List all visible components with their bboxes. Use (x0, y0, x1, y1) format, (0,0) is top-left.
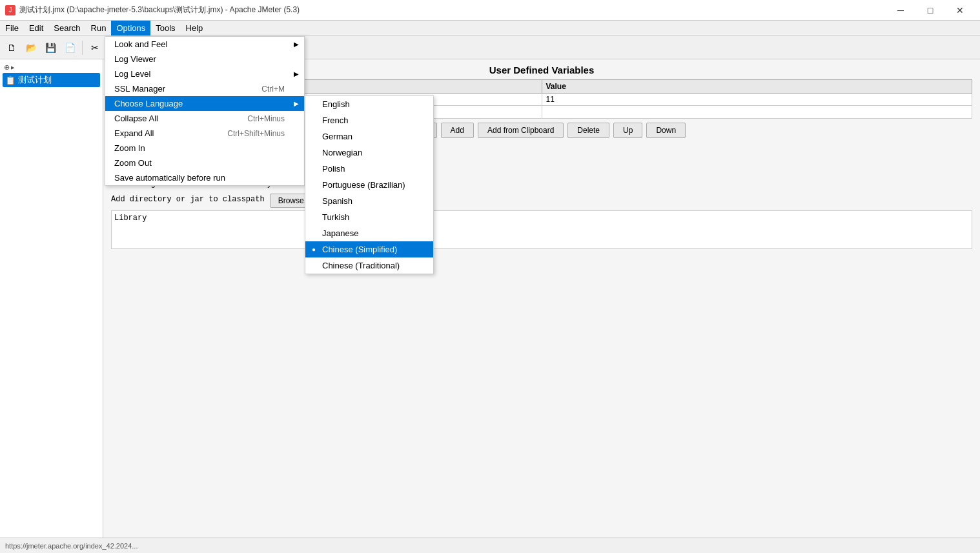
log-level-arrow: ▶ (294, 70, 299, 77)
zoom-out-label: Zoom Out (114, 158, 152, 168)
expand-all-label: Expand All (114, 128, 154, 138)
classpath-label: Add directory or jar to classpath (111, 195, 265, 204)
add-from-clipboard-button[interactable]: Add from Clipboard (478, 123, 564, 138)
collapse-all-shortcut: Ctrl+Minus (247, 114, 285, 123)
menu-look-and-feel[interactable]: Look and Feel ▶ (105, 37, 304, 52)
toolbar-save-as[interactable]: 📄 (61, 39, 79, 57)
collapse-all-label: Collapse All (114, 114, 158, 123)
zoom-in-label: Zoom In (114, 143, 145, 153)
lang-japanese[interactable]: Japanese (305, 225, 433, 241)
lang-portuguese-br[interactable]: Portuguese (Brazilian) (305, 177, 433, 193)
window-controls: ─ □ ✕ (886, 0, 975, 21)
menu-zoom-in[interactable]: Zoom In (105, 141, 304, 156)
menu-bar: File Edit Search Run Options Tools Help (0, 21, 980, 36)
menu-choose-language[interactable]: Choose Language ▶ (105, 96, 304, 111)
menu-search[interactable]: Search (48, 21, 85, 35)
lang-french-label: French (322, 116, 348, 125)
menu-options[interactable]: Options (111, 21, 150, 35)
look-and-feel-arrow: ▶ (294, 41, 299, 48)
lang-chinese-traditional-label: Chinese (Traditional) (322, 261, 400, 270)
lang-polish-label: Polish (322, 164, 345, 174)
tree-item-test-plan[interactable]: 📋 测试计划 (3, 73, 100, 87)
lang-portuguese-br-label: Portuguese (Brazilian) (322, 180, 405, 190)
status-bar: https://jmeter.apache.org/index_42.2024.… (0, 538, 980, 553)
lang-english[interactable]: English (305, 96, 433, 112)
tree-expand-root[interactable]: ⊕ (4, 63, 10, 72)
maximize-button[interactable]: □ (915, 0, 945, 21)
lang-chinese-simplified[interactable]: ● Chinese (Simplified) (305, 241, 433, 257)
tree-item-icon: 📋 (5, 75, 15, 85)
options-menu[interactable]: Look and Feel ▶ Log Viewer Log Level ▶ S… (105, 36, 305, 186)
lang-selected-bullet: ● (312, 246, 316, 253)
menu-help[interactable]: Help (181, 21, 209, 35)
minimize-button[interactable]: ─ (886, 0, 915, 21)
toolbar-save[interactable]: 💾 (41, 39, 59, 57)
lang-norwegian-label: Norwegian (322, 148, 362, 157)
lang-japanese-label: Japanese (322, 228, 358, 238)
lang-spanish[interactable]: Spanish (305, 193, 433, 209)
lang-polish[interactable]: Polish (305, 161, 433, 177)
udv-col-value: Value (542, 80, 972, 94)
toolbar-sep-1 (82, 41, 83, 55)
tree-panel: ⊕ ▸ 📋 测试计划 (0, 59, 103, 538)
lang-english-label: English (322, 99, 350, 109)
lang-german[interactable]: German (305, 128, 433, 145)
add-button[interactable]: Add (441, 123, 474, 138)
lang-turkish-label: Turkish (322, 212, 349, 222)
menu-collapse-all[interactable]: Collapse All Ctrl+Minus (105, 111, 304, 126)
menu-run[interactable]: Run (86, 21, 112, 35)
menu-edit[interactable]: Edit (24, 21, 48, 35)
ssl-manager-shortcut: Ctrl+M (261, 85, 285, 94)
lang-norwegian[interactable]: Norwegian (305, 145, 433, 161)
classpath-section: Add directory or jar to classpath Browse… (103, 191, 980, 254)
menu-ssl-manager[interactable]: SSL Manager Ctrl+M (105, 81, 304, 96)
delete-button[interactable]: Delete (567, 123, 609, 138)
expand-all-shortcut: Ctrl+Shift+Minus (227, 129, 285, 138)
log-viewer-label: Log Viewer (114, 54, 156, 64)
down-button[interactable]: Down (646, 123, 686, 138)
log-level-label: Log Level (114, 69, 150, 79)
status-text: https://jmeter.apache.org/index_42.2024.… (5, 542, 138, 550)
tree-item-label: 测试计划 (18, 74, 52, 86)
lang-turkish[interactable]: Turkish (305, 209, 433, 225)
ssl-manager-label: SSL Manager (114, 84, 165, 94)
lang-chinese-simplified-label: Chinese (Simplified) (322, 245, 397, 254)
menu-expand-all[interactable]: Expand All Ctrl+Shift+Minus (105, 126, 304, 141)
title-bar: J 测试计划.jmx (D:\apache-jmeter-5.3\backups… (0, 0, 980, 21)
tree-expand-arrow[interactable]: ▸ (11, 63, 15, 72)
save-auto-label: Save automatically before run (114, 173, 225, 183)
app-icon: J (5, 5, 15, 15)
menu-log-viewer[interactable]: Log Viewer (105, 52, 304, 66)
toolbar-new[interactable]: 🗋 (3, 39, 21, 57)
lang-german-label: German (322, 132, 352, 141)
toolbar-cut[interactable]: ✂ (86, 39, 104, 57)
choose-language-label: Choose Language (114, 99, 183, 108)
menu-tools[interactable]: Tools (150, 21, 180, 35)
menu-file[interactable]: File (0, 21, 24, 35)
window-title: 测试计划.jmx (D:\apache-jmeter-5.3\backups\测… (19, 5, 300, 15)
up-button[interactable]: Up (613, 123, 642, 138)
language-menu[interactable]: English French German Norwegian Polish P… (305, 96, 434, 274)
lang-chinese-traditional[interactable]: Chinese (Traditional) (305, 257, 433, 274)
menu-save-auto[interactable]: Save automatically before run (105, 170, 304, 185)
udv-cell-value[interactable]: 11 (542, 94, 972, 106)
close-button[interactable]: ✕ (945, 0, 975, 21)
menu-log-level[interactable]: Log Level ▶ (105, 66, 304, 81)
lang-spanish-label: Spanish (322, 196, 352, 206)
look-and-feel-label: Look and Feel (114, 39, 167, 49)
menu-zoom-out[interactable]: Zoom Out (105, 156, 304, 170)
lang-french[interactable]: French (305, 112, 433, 128)
choose-language-arrow: ▶ (294, 100, 299, 107)
toolbar-open[interactable]: 📂 (22, 39, 40, 57)
classpath-textarea[interactable] (111, 210, 972, 249)
